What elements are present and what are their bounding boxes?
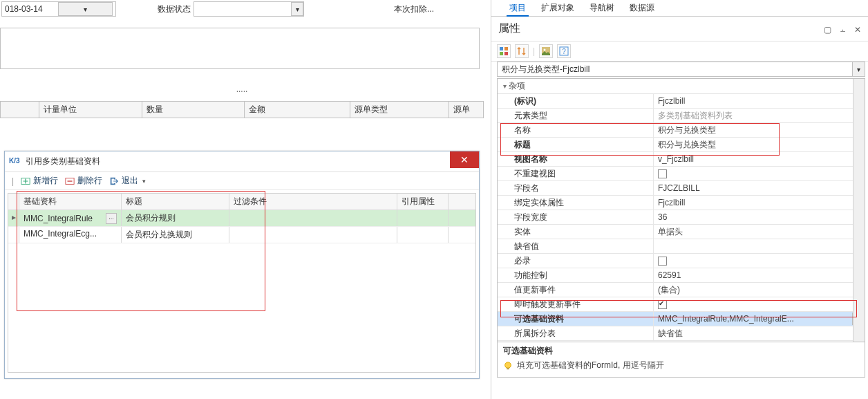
table-row[interactable]: ▸ MMC_IntegralRule ··· 会员积分规则 bbox=[8, 210, 475, 227]
checkbox[interactable] bbox=[658, 257, 667, 266]
app-icon: K/3 bbox=[9, 157, 21, 167]
image-icon[interactable] bbox=[539, 44, 553, 58]
property-key: 名称 bbox=[498, 123, 654, 137]
property-value[interactable] bbox=[654, 297, 865, 311]
property-value[interactable]: 单据头 bbox=[654, 225, 865, 239]
checkbox[interactable] bbox=[658, 300, 667, 309]
chevron-down-icon[interactable]: ▾ bbox=[58, 2, 113, 16]
property-row[interactable]: 即时触发更新事件 bbox=[498, 297, 865, 312]
property-row[interactable]: 标题积分与兑换类型 bbox=[498, 138, 865, 152]
dialog-multicategory: K/3 引用多类别基础资料 ✕ | 新增行 删除行 退出 ▾ 基础资料 bbox=[4, 151, 480, 379]
property-key: 所属拆分表 bbox=[498, 326, 654, 340]
ellipsis-button[interactable]: ··· bbox=[106, 213, 117, 224]
window-pin-icon[interactable]: ⫠ bbox=[839, 25, 847, 35]
col-srctype: 源单类型 bbox=[350, 102, 449, 118]
svg-text:?: ? bbox=[562, 48, 566, 55]
property-row[interactable]: 绑定实体属性Fjczlbill bbox=[498, 196, 865, 210]
tab-nav[interactable]: 导航树 bbox=[587, 0, 617, 16]
property-row[interactable]: 所属拆分表缺省值 bbox=[498, 326, 865, 341]
property-row[interactable]: 实体单据头 bbox=[498, 225, 865, 239]
add-row-icon bbox=[21, 176, 30, 186]
property-value[interactable]: 积分与兑换类型 bbox=[654, 138, 865, 151]
property-row[interactable]: 名称积分与兑换类型 bbox=[498, 123, 865, 138]
property-row[interactable]: 不重建视图 bbox=[498, 167, 865, 181]
chevron-down-icon[interactable]: ▾ bbox=[291, 2, 303, 16]
property-value[interactable]: Fjczlbill bbox=[654, 196, 865, 210]
property-key: 不重建视图 bbox=[498, 167, 654, 180]
col-amount: 金额 bbox=[245, 102, 350, 118]
property-key: 缺省值 bbox=[498, 239, 654, 253]
chevron-down-icon: ▾ bbox=[142, 178, 146, 185]
multiline-input[interactable] bbox=[0, 28, 480, 69]
property-value[interactable]: 多类别基础资料列表 bbox=[654, 109, 865, 122]
svg-rect-2 bbox=[500, 47, 503, 50]
property-key: 字段名 bbox=[498, 181, 654, 195]
desc-body: 填充可选基础资料的FormId, 用逗号隔开 bbox=[517, 360, 664, 371]
add-row-button[interactable]: 新增行 bbox=[21, 175, 58, 187]
chevron-down-icon[interactable]: ▾ bbox=[852, 62, 865, 76]
window-minimize-icon[interactable]: ▢ bbox=[824, 25, 831, 35]
property-value[interactable]: (集合) bbox=[654, 283, 865, 297]
deduct-label: 本次扣除... bbox=[394, 3, 434, 15]
section-header[interactable]: 杂项 bbox=[498, 79, 865, 94]
property-value[interactable]: MMC_IntegralRule,MMC_IntegralE...··· bbox=[654, 312, 865, 326]
col-basedata: 基础资料 bbox=[19, 194, 122, 210]
property-key: 绑定实体属性 bbox=[498, 196, 654, 210]
property-value[interactable] bbox=[654, 254, 865, 268]
property-row[interactable]: 元素类型多类别基础资料列表 bbox=[498, 109, 865, 123]
property-value[interactable]: 缺省值 bbox=[654, 326, 865, 340]
lightbulb-icon bbox=[503, 361, 513, 371]
status-combo[interactable]: ▾ bbox=[194, 1, 304, 17]
col-src: 源单 bbox=[449, 102, 484, 118]
property-value[interactable]: Fjczlbill bbox=[654, 94, 865, 108]
svg-rect-5 bbox=[504, 52, 508, 55]
property-row[interactable]: 视图名称v_Fjczlbill bbox=[498, 152, 865, 167]
property-value[interactable]: FJCZLBILL bbox=[654, 181, 865, 195]
tab-project[interactable]: 项目 bbox=[507, 0, 529, 16]
property-key: 字段宽度 bbox=[498, 210, 654, 224]
property-row[interactable]: 字段宽度36 bbox=[498, 210, 865, 225]
svg-rect-11 bbox=[507, 367, 509, 369]
property-value[interactable]: 36 bbox=[654, 210, 865, 224]
property-value[interactable]: 62591 bbox=[654, 268, 865, 282]
close-button[interactable]: ✕ bbox=[450, 151, 479, 168]
property-value[interactable] bbox=[654, 167, 865, 180]
element-selector[interactable]: 积分与兑换类型-Fjczlbill ▾ bbox=[497, 62, 865, 77]
svg-point-7 bbox=[544, 49, 546, 51]
property-key: 必录 bbox=[498, 254, 654, 268]
delete-row-button[interactable]: 删除行 bbox=[65, 175, 102, 187]
property-row[interactable]: 必录 bbox=[498, 254, 865, 268]
table-row[interactable]: MMC_IntegralEcg... 会员积分兑换规则 bbox=[8, 227, 475, 243]
col-title: 标题 bbox=[122, 194, 229, 210]
info-icon[interactable]: ? bbox=[557, 44, 571, 58]
dialog-title: 引用多类别基础资料 bbox=[26, 156, 100, 167]
scrollbar[interactable] bbox=[853, 79, 865, 342]
exit-button[interactable]: 退出 ▾ bbox=[109, 175, 146, 187]
date-input[interactable]: 018-03-14 ▾ bbox=[1, 1, 116, 17]
col-unit: 计量单位 bbox=[39, 102, 142, 118]
property-row[interactable]: 可选基础资料MMC_IntegralRule,MMC_IntegralE...·… bbox=[498, 312, 865, 326]
property-value[interactable] bbox=[654, 239, 865, 253]
col-filter: 过滤条件 bbox=[229, 194, 397, 210]
property-value[interactable]: v_Fjczlbill bbox=[654, 152, 865, 166]
property-key: 即时触发更新事件 bbox=[498, 297, 654, 311]
sort-icon[interactable] bbox=[515, 44, 529, 58]
svg-rect-4 bbox=[500, 52, 503, 55]
checkbox[interactable] bbox=[658, 169, 667, 178]
tab-ds[interactable]: 数据源 bbox=[627, 0, 657, 16]
property-row[interactable]: 值更新事件(集合) bbox=[498, 283, 865, 297]
property-key: 标题 bbox=[498, 138, 654, 151]
property-key: 功能控制 bbox=[498, 268, 654, 282]
desc-title: 可选基础资料 bbox=[503, 345, 859, 357]
window-close-icon[interactable]: ✕ bbox=[854, 25, 861, 35]
property-row[interactable]: 功能控制62591 bbox=[498, 268, 865, 283]
property-row[interactable]: 缺省值 bbox=[498, 239, 865, 254]
property-key: 视图名称 bbox=[498, 152, 654, 166]
property-value[interactable]: 积分与兑换类型 bbox=[654, 123, 865, 137]
panel-header: 属性 ▢ ⫠ ✕ bbox=[491, 17, 868, 41]
property-row[interactable]: (标识)Fjczlbill bbox=[498, 94, 865, 109]
property-row[interactable]: 字段名FJCZLBILL bbox=[498, 181, 865, 196]
tab-bar: 项目 扩展对象 导航树 数据源 bbox=[491, 0, 868, 17]
categorize-icon[interactable] bbox=[497, 44, 511, 58]
tab-ext[interactable]: 扩展对象 bbox=[538, 0, 577, 16]
